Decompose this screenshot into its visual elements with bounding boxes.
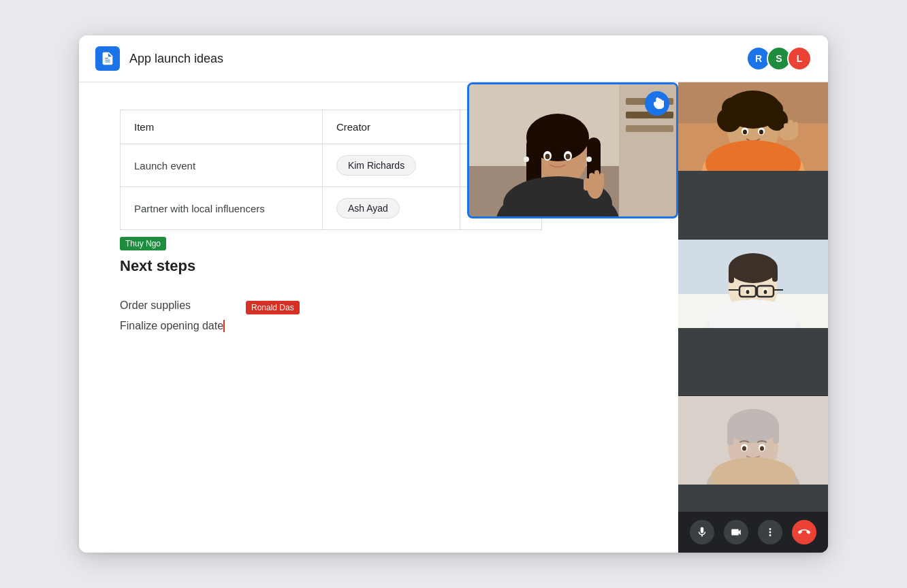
svg-rect-22 bbox=[594, 170, 599, 186]
docs-icon bbox=[100, 51, 115, 66]
creator-chip: Kim Richards bbox=[336, 155, 416, 176]
list-item-text: Finalize opening date bbox=[120, 320, 223, 332]
svg-point-35 bbox=[764, 100, 783, 119]
svg-point-75 bbox=[760, 446, 764, 451]
cursor-label-ronald: Ronald Das bbox=[246, 301, 300, 314]
mute-button[interactable] bbox=[690, 520, 714, 544]
participant-video-2 bbox=[678, 240, 828, 328]
svg-point-15 bbox=[545, 154, 550, 159]
svg-rect-52 bbox=[729, 268, 734, 283]
more-options-button[interactable] bbox=[758, 520, 782, 544]
svg-point-39 bbox=[759, 130, 763, 135]
svg-point-34 bbox=[722, 97, 744, 119]
svg-point-16 bbox=[566, 154, 571, 159]
raise-hand-indicator[interactable] bbox=[645, 91, 669, 116]
svg-rect-70 bbox=[727, 426, 733, 445]
svg-point-51 bbox=[729, 253, 778, 283]
doc-icon bbox=[95, 46, 120, 71]
col-creator: Creator bbox=[322, 110, 460, 144]
svg-point-18 bbox=[586, 157, 592, 162]
text-cursor bbox=[223, 320, 225, 332]
item-cell: Partner with local influencers bbox=[121, 187, 323, 230]
raise-hand-icon bbox=[650, 97, 664, 110]
app-window: App launch ideas R S L Item Creator Vote… bbox=[79, 35, 828, 553]
video-thumb-2[interactable] bbox=[678, 240, 828, 397]
svg-point-69 bbox=[727, 409, 779, 443]
svg-rect-53 bbox=[772, 268, 778, 282]
cam-icon bbox=[730, 526, 742, 538]
item-cell: Launch event bbox=[121, 144, 323, 187]
svg-point-17 bbox=[524, 157, 529, 162]
finalize-label: Finalize opening date bbox=[120, 320, 225, 332]
participant-video-3 bbox=[678, 396, 828, 485]
video-controls bbox=[678, 512, 828, 553]
svg-rect-71 bbox=[773, 426, 779, 444]
active-speaker-tile bbox=[467, 82, 678, 218]
creator-cell: Ash Ayad bbox=[322, 187, 460, 230]
svg-rect-6 bbox=[626, 125, 673, 132]
next-steps-heading-wrapper: Thuy Ngo Next steps bbox=[120, 257, 195, 286]
header: App launch ideas R S L bbox=[79, 35, 828, 82]
participant-video-1 bbox=[678, 82, 828, 171]
main-content: Item Creator Votes Launch event Kim Rich… bbox=[79, 82, 828, 553]
avatar-l[interactable]: L bbox=[787, 46, 812, 71]
end-call-icon bbox=[798, 526, 810, 538]
svg-point-44 bbox=[779, 127, 798, 140]
mic-icon bbox=[696, 526, 708, 538]
list-item-text: Order supplies bbox=[120, 299, 191, 312]
camera-button[interactable] bbox=[724, 520, 748, 544]
document-title: App launch ideas bbox=[129, 52, 223, 66]
creator-cell: Kim Richards bbox=[322, 144, 460, 187]
svg-point-38 bbox=[743, 130, 747, 135]
next-steps-title: Next steps bbox=[120, 257, 195, 275]
svg-point-62 bbox=[764, 290, 767, 294]
cursor-label-thuy: Thuy Ngo bbox=[120, 237, 166, 250]
video-panel bbox=[678, 82, 828, 553]
svg-point-61 bbox=[746, 290, 750, 294]
creator-chip: Ash Ayad bbox=[336, 198, 400, 218]
col-item: Item bbox=[121, 110, 323, 144]
video-thumb-1[interactable] bbox=[678, 82, 828, 240]
header-left: App launch ideas bbox=[95, 46, 223, 71]
svg-point-74 bbox=[742, 446, 746, 451]
more-icon bbox=[764, 526, 776, 538]
collaborator-avatars: R S L bbox=[746, 46, 812, 71]
svg-rect-23 bbox=[599, 173, 604, 188]
end-call-button[interactable] bbox=[792, 520, 816, 544]
svg-rect-24 bbox=[584, 178, 590, 191]
